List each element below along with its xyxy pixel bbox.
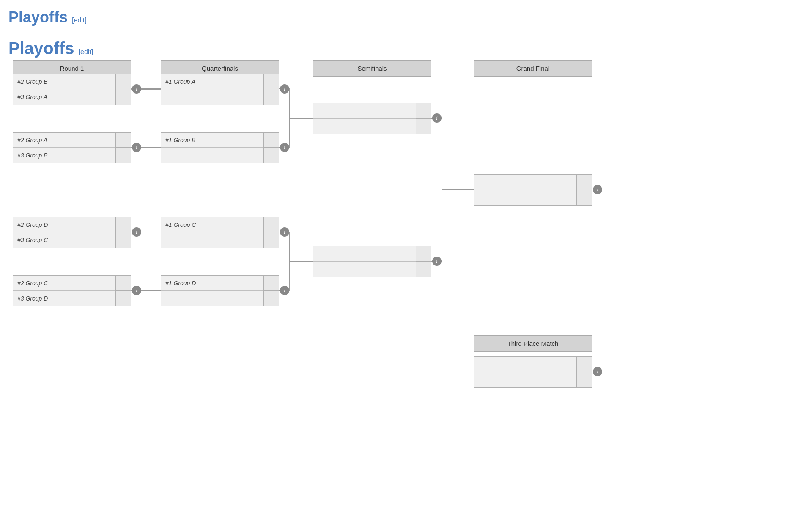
r1m1-team2: #3 Group A: [13, 89, 131, 105]
tpm-team1: [474, 357, 592, 372]
qfm1-info-btn[interactable]: i: [280, 84, 289, 94]
qfm4-info-btn[interactable]: i: [280, 286, 289, 295]
qf-match1: #1 Group A: [161, 74, 279, 105]
qfm2-team1: #1 Group B: [161, 133, 279, 148]
third-place-match: [474, 356, 592, 388]
r1m3-info-btn[interactable]: i: [132, 227, 141, 237]
qfm4-team2-blank: [161, 291, 279, 306]
r1-match2: #2 Group A #3 Group B: [13, 132, 131, 163]
tpm-info-btn[interactable]: i: [593, 367, 602, 376]
r1m2-team1: #2 Group A: [13, 133, 131, 148]
gfm-team1: [474, 175, 592, 190]
r1m4-team2: #3 Group D: [13, 291, 131, 306]
r1m1-score-col: [115, 74, 131, 105]
gfm-info-btn[interactable]: i: [593, 185, 602, 194]
sf-match1: [313, 103, 431, 134]
gf-match: [474, 174, 592, 206]
qfm1-score-col: [263, 74, 279, 105]
edit-link[interactable]: [edit]: [72, 17, 87, 24]
r1m3-score-col: [115, 217, 131, 248]
page-title: Playoffs: [8, 39, 74, 58]
third-place-label: Third Place Match: [474, 335, 592, 352]
r1m3-team1: #2 Group D: [13, 217, 131, 232]
tpm-score-col: [576, 357, 592, 387]
qfm4-score-col: [263, 276, 279, 306]
sfm2-score-col: [416, 246, 431, 277]
tpm-team2: [474, 372, 592, 387]
r1m1-info-btn[interactable]: i: [132, 84, 141, 94]
edit-link[interactable]: [edit]: [79, 48, 93, 56]
gfm-score-col: [576, 175, 592, 205]
r1m1-team1: #2 Group B: [13, 74, 131, 89]
page-title: Playoffs: [8, 8, 68, 26]
qf-match2: #1 Group B: [161, 132, 279, 163]
r1-match1: #2 Group B #3 Group A: [13, 74, 131, 105]
qf-match4: #1 Group D: [161, 275, 279, 306]
sfm2-info-btn[interactable]: i: [432, 257, 442, 266]
qfm3-team2-blank: [161, 232, 279, 248]
qfm1-team1: #1 Group A: [161, 74, 279, 89]
qfm1-team2-blank: [161, 89, 279, 105]
gf-header: Grand Final: [474, 60, 592, 77]
r1m2-score-col: [115, 133, 131, 163]
r1m4-info-btn[interactable]: i: [132, 286, 141, 295]
sfm1-info-btn[interactable]: i: [432, 113, 442, 123]
qfm3-team1: #1 Group C: [161, 217, 279, 232]
r1m3-team2: #3 Group C: [13, 232, 131, 248]
page-title-area: Playoffs [edit]: [8, 39, 93, 58]
qfm2-score-col: [263, 133, 279, 163]
sfm1-score-col: [416, 103, 431, 134]
qfm3-score-col: [263, 217, 279, 248]
r1-match4: #2 Group C #3 Group D: [13, 275, 131, 306]
sfm2-team2: [313, 262, 431, 277]
qf-match3: #1 Group C: [161, 217, 279, 248]
sfm1-team2: [313, 119, 431, 134]
sf-match2: [313, 246, 431, 277]
sf-header: Semifinals: [313, 60, 431, 77]
gfm-team2: [474, 190, 592, 205]
r1m4-score-col: [115, 276, 131, 306]
qfm2-info-btn[interactable]: i: [280, 143, 289, 152]
qfm2-team2-blank: [161, 148, 279, 163]
sfm2-team1: [313, 246, 431, 262]
qfm4-team1: #1 Group D: [161, 276, 279, 291]
r1m2-team2: #3 Group B: [13, 148, 131, 163]
r1m2-info-btn[interactable]: i: [132, 143, 141, 152]
r1m4-team1: #2 Group C: [13, 276, 131, 291]
r1-match3: #2 Group D #3 Group C: [13, 217, 131, 248]
qfm3-info-btn[interactable]: i: [280, 227, 289, 237]
sfm1-team1: [313, 103, 431, 119]
